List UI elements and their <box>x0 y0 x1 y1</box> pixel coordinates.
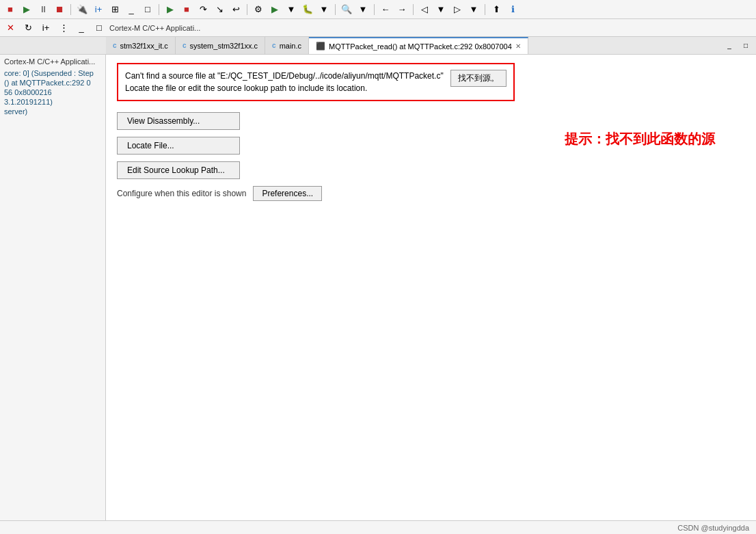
step-into-icon[interactable]: ↘ <box>212 2 227 17</box>
configure-row: Configure when this editor is shown Pref… <box>117 186 745 201</box>
tab-debug-icon: ⬛ <box>316 42 325 51</box>
run2-icon[interactable]: ▶ <box>267 2 282 17</box>
new-connection-icon[interactable]: i+ <box>91 2 106 17</box>
main-toolbar: ■ ▶ ⏸ ⏹ 🔌 i+ ⊞ _ □ ▶ ■ ↷ ↘ ↩ ⚙ ▶ ▼ 🐛 ▼ 🔍… <box>0 0 756 19</box>
prev-edit-icon[interactable]: ← <box>378 2 393 17</box>
toolbar2-btn2[interactable]: ↻ <box>21 21 36 36</box>
sidebar-title: Cortex-M C/C++ Applicati... <box>4 57 101 66</box>
search-icon[interactable]: 🔍 <box>339 2 354 17</box>
sep6 <box>413 4 414 15</box>
tab-main-label: main.c <box>280 42 301 50</box>
search-dropdown-icon[interactable]: ▼ <box>355 2 370 17</box>
tab-maximize-icon[interactable]: □ <box>738 38 753 53</box>
info-icon[interactable]: ℹ <box>505 2 520 17</box>
sidebar-item-2[interactable]: () at MQTTPacket.c:292 0 <box>4 78 101 88</box>
status-text: CSDN @studyingdda <box>677 524 749 532</box>
annotation-text: 提示：找不到此函数的源 <box>565 130 715 148</box>
tab-system-stm32f1xx[interactable]: c system_stm32f1xx.c <box>176 37 265 54</box>
configure-label: Configure when this editor is shown <box>117 189 246 198</box>
remove-icon[interactable]: ✕ <box>3 21 18 36</box>
tab-c-icon: c <box>113 42 117 49</box>
left-sidebar: Cortex-M C/C++ Applicati... core: 0] (Su… <box>0 55 106 534</box>
status-bar: CSDN @studyingdda <box>0 520 756 534</box>
sidebar-item-3[interactable]: 56 0x8000216 <box>4 88 101 97</box>
run-dropdown-icon[interactable]: ▼ <box>284 2 299 17</box>
content-area: Can't find a source file at "E:/QC_TEST_… <box>106 55 756 534</box>
pause-icon[interactable]: ⏸ <box>36 2 51 17</box>
minimize-view-icon[interactable]: _ <box>124 2 139 17</box>
terminate2-icon[interactable]: ■ <box>179 2 194 17</box>
tab-close-icon[interactable]: ✕ <box>515 42 521 50</box>
tab-stm32f1xx-it[interactable]: c stm32f1xx_it.c <box>106 37 176 54</box>
debug2-icon[interactable]: 🐛 <box>300 2 315 17</box>
error-line2: Locate the file or edit the source looku… <box>125 83 367 93</box>
locate-file-button[interactable]: Locate File... <box>117 137 240 155</box>
sidebar-item-5[interactable]: server) <box>4 107 101 116</box>
error-message-text: Can't find a source file at "E:/QC_TEST_… <box>125 70 444 94</box>
source-not-found-panel: Can't find a source file at "E:/QC_TEST_… <box>117 63 515 101</box>
toolbar2-btn3[interactable]: i+ <box>38 21 53 36</box>
tab-mqttpacket[interactable]: ⬛ MQTTPacket_read() at MQTTPacket.c:292 … <box>309 37 528 54</box>
maximize-view-icon[interactable]: □ <box>140 2 155 17</box>
resume-icon[interactable]: ▶ <box>163 2 178 17</box>
secondary-toolbar: ✕ ↻ i+ ⋮ _ □ Cortex-M C/C++ Applicati... <box>0 19 756 37</box>
sep7 <box>485 4 485 15</box>
tab-main[interactable]: c main.c <box>265 37 309 54</box>
back-icon[interactable]: ◁ <box>417 2 432 17</box>
edit-source-lookup-button[interactable]: Edit Source Lookup Path... <box>117 161 240 179</box>
layout-icon[interactable]: ⊞ <box>107 2 122 17</box>
sep3 <box>247 4 247 15</box>
toolbar2-btn5[interactable]: _ <box>74 21 89 36</box>
sep5 <box>374 4 375 15</box>
next-edit-icon[interactable]: → <box>394 2 409 17</box>
preferences-button[interactable]: Preferences... <box>253 186 322 201</box>
tab-stm32f1xx-it-label: stm32f1xx_it.c <box>120 42 168 50</box>
terminate-icon[interactable]: ⏹ <box>52 2 67 17</box>
stop-debug-icon[interactable]: ■ <box>3 2 18 17</box>
tab-minimize-icon[interactable]: _ <box>722 38 737 53</box>
main-layout: Cortex-M C/C++ Applicati... core: 0] (Su… <box>0 55 756 534</box>
tab-c-icon3: c <box>272 42 276 49</box>
step-return-icon[interactable]: ↩ <box>228 2 243 17</box>
connect-icon[interactable]: 🔌 <box>75 2 90 17</box>
tab-bar: c stm32f1xx_it.c c system_stm32f1xx.c c … <box>0 37 756 55</box>
view-disassembly-button[interactable]: View Disassembly... <box>117 112 240 130</box>
share-icon[interactable]: ⬆ <box>489 2 504 17</box>
sep4 <box>335 4 336 15</box>
run-icon[interactable]: ▶ <box>19 2 34 17</box>
toolbar2-btn6[interactable]: □ <box>92 21 107 36</box>
sep1 <box>70 4 71 15</box>
tab-mqttpacket-label: MQTTPacket_read() at MQTTPacket.c:292 0x… <box>329 42 512 51</box>
toolbar2-btn4[interactable]: ⋮ <box>56 21 71 36</box>
step-over-icon[interactable]: ↷ <box>195 2 211 17</box>
error-line1: Can't find a source file at "E:/QC_TEST_… <box>125 71 444 81</box>
debug-dropdown-icon[interactable]: ▼ <box>316 2 332 17</box>
toolbar2-label: Cortex-M C/C++ Applicati... <box>109 24 200 32</box>
sep2 <box>159 4 159 15</box>
back-dropdown-icon[interactable]: ▼ <box>433 2 448 17</box>
tab-system-label: system_stm32f1xx.c <box>189 42 258 50</box>
debug-config-icon[interactable]: ⚙ <box>251 2 266 17</box>
forward-icon[interactable]: ▷ <box>450 2 465 17</box>
sidebar-item-1[interactable]: core: 0] (Suspended : Step <box>4 68 101 78</box>
tab-c-icon2: c <box>183 42 187 49</box>
sidebar-item-4[interactable]: 3.1.20191211) <box>4 97 101 107</box>
cant-find-source-button[interactable]: 找不到源。 <box>450 70 507 87</box>
forward-dropdown-icon[interactable]: ▼ <box>466 2 481 17</box>
